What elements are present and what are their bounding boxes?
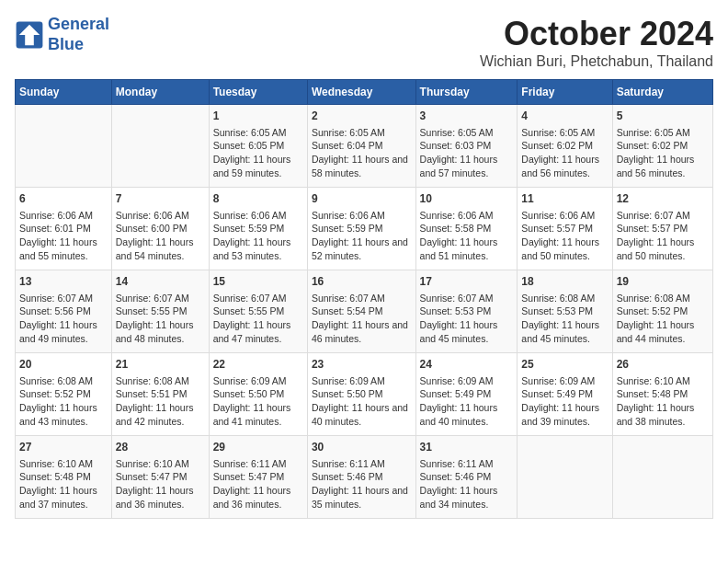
day-info: Sunrise: 6:11 AM Sunset: 5:47 PM Dayligh… bbox=[213, 457, 303, 511]
calendar-cell: 17Sunrise: 6:07 AM Sunset: 5:53 PM Dayli… bbox=[415, 270, 518, 353]
calendar-week-1: 1Sunrise: 6:05 AM Sunset: 6:05 PM Daylig… bbox=[16, 105, 713, 188]
day-number: 28 bbox=[116, 440, 205, 455]
calendar-cell: 7Sunrise: 6:06 AM Sunset: 6:00 PM Daylig… bbox=[111, 188, 209, 270]
day-info: Sunrise: 6:10 AM Sunset: 5:47 PM Dayligh… bbox=[116, 457, 205, 511]
weekday-header-tuesday: Tuesday bbox=[209, 80, 307, 105]
calendar-cell: 4Sunrise: 6:05 AM Sunset: 6:02 PM Daylig… bbox=[518, 105, 612, 188]
day-info: Sunrise: 6:11 AM Sunset: 5:46 PM Dayligh… bbox=[312, 457, 412, 511]
day-number: 14 bbox=[116, 274, 205, 290]
day-number: 16 bbox=[312, 274, 412, 290]
day-number: 17 bbox=[420, 274, 514, 290]
calendar-cell: 11Sunrise: 6:06 AM Sunset: 5:57 PM Dayli… bbox=[518, 188, 612, 270]
day-info: Sunrise: 6:07 AM Sunset: 5:55 PM Dayligh… bbox=[116, 292, 205, 346]
calendar-cell: 6Sunrise: 6:06 AM Sunset: 6:01 PM Daylig… bbox=[16, 188, 112, 270]
day-number: 3 bbox=[420, 109, 514, 124]
day-info: Sunrise: 6:06 AM Sunset: 5:59 PM Dayligh… bbox=[213, 209, 303, 263]
day-info: Sunrise: 6:10 AM Sunset: 5:48 PM Dayligh… bbox=[19, 457, 108, 511]
calendar-cell: 27Sunrise: 6:10 AM Sunset: 5:48 PM Dayli… bbox=[16, 436, 112, 519]
calendar-cell: 30Sunrise: 6:11 AM Sunset: 5:46 PM Dayli… bbox=[307, 436, 415, 519]
weekday-header-thursday: Thursday bbox=[415, 80, 518, 105]
calendar-cell: 9Sunrise: 6:06 AM Sunset: 5:59 PM Daylig… bbox=[307, 188, 415, 270]
day-info: Sunrise: 6:07 AM Sunset: 5:53 PM Dayligh… bbox=[420, 292, 514, 346]
calendar-cell: 8Sunrise: 6:06 AM Sunset: 5:59 PM Daylig… bbox=[209, 188, 307, 270]
day-info: Sunrise: 6:05 AM Sunset: 6:04 PM Dayligh… bbox=[312, 126, 412, 180]
day-number: 30 bbox=[312, 440, 412, 455]
day-number: 12 bbox=[617, 191, 709, 207]
day-info: Sunrise: 6:07 AM Sunset: 5:54 PM Dayligh… bbox=[312, 292, 412, 346]
calendar-cell: 1Sunrise: 6:05 AM Sunset: 6:05 PM Daylig… bbox=[209, 105, 307, 188]
day-info: Sunrise: 6:09 AM Sunset: 5:50 PM Dayligh… bbox=[213, 374, 303, 429]
day-info: Sunrise: 6:10 AM Sunset: 5:48 PM Dayligh… bbox=[617, 374, 709, 429]
day-info: Sunrise: 6:08 AM Sunset: 5:53 PM Dayligh… bbox=[521, 292, 608, 346]
day-info: Sunrise: 6:08 AM Sunset: 5:52 PM Dayligh… bbox=[19, 374, 108, 429]
logo-icon bbox=[15, 20, 44, 50]
day-info: Sunrise: 6:06 AM Sunset: 6:01 PM Dayligh… bbox=[19, 209, 108, 263]
calendar-cell: 14Sunrise: 6:07 AM Sunset: 5:55 PM Dayli… bbox=[111, 270, 209, 353]
day-number: 26 bbox=[617, 357, 709, 373]
calendar-cell: 18Sunrise: 6:08 AM Sunset: 5:53 PM Dayli… bbox=[518, 270, 612, 353]
weekday-header-saturday: Saturday bbox=[612, 80, 712, 105]
calendar-week-2: 6Sunrise: 6:06 AM Sunset: 6:01 PM Daylig… bbox=[16, 188, 713, 270]
day-number: 11 bbox=[521, 191, 608, 207]
calendar-cell: 10Sunrise: 6:06 AM Sunset: 5:58 PM Dayli… bbox=[415, 188, 518, 270]
day-number: 20 bbox=[19, 357, 108, 373]
day-info: Sunrise: 6:09 AM Sunset: 5:49 PM Dayligh… bbox=[420, 374, 514, 429]
calendar-cell: 19Sunrise: 6:08 AM Sunset: 5:52 PM Dayli… bbox=[612, 270, 712, 353]
day-number: 27 bbox=[19, 440, 108, 455]
day-number: 24 bbox=[420, 357, 514, 373]
day-number: 19 bbox=[617, 274, 709, 290]
day-number: 21 bbox=[116, 357, 205, 373]
day-info: Sunrise: 6:08 AM Sunset: 5:52 PM Dayligh… bbox=[617, 292, 709, 346]
calendar-cell: 15Sunrise: 6:07 AM Sunset: 5:55 PM Dayli… bbox=[209, 270, 307, 353]
title-area: October 2024 Wichian Buri, Phetchabun, T… bbox=[480, 15, 713, 70]
day-number: 10 bbox=[420, 191, 514, 207]
calendar-cell: 12Sunrise: 6:07 AM Sunset: 5:57 PM Dayli… bbox=[612, 188, 712, 270]
day-info: Sunrise: 6:08 AM Sunset: 5:51 PM Dayligh… bbox=[116, 374, 205, 429]
day-info: Sunrise: 6:07 AM Sunset: 5:56 PM Dayligh… bbox=[19, 292, 108, 346]
weekday-header-wednesday: Wednesday bbox=[307, 80, 415, 105]
calendar-cell: 26Sunrise: 6:10 AM Sunset: 5:48 PM Dayli… bbox=[612, 353, 712, 436]
month-title: October 2024 bbox=[480, 15, 713, 53]
day-info: Sunrise: 6:06 AM Sunset: 5:58 PM Dayligh… bbox=[420, 209, 514, 263]
day-number: 5 bbox=[617, 109, 709, 124]
calendar-week-4: 20Sunrise: 6:08 AM Sunset: 5:52 PM Dayli… bbox=[16, 353, 713, 436]
day-info: Sunrise: 6:11 AM Sunset: 5:46 PM Dayligh… bbox=[420, 457, 514, 511]
day-number: 25 bbox=[521, 357, 608, 373]
calendar-cell: 3Sunrise: 6:05 AM Sunset: 6:03 PM Daylig… bbox=[415, 105, 518, 188]
day-info: Sunrise: 6:05 AM Sunset: 6:05 PM Dayligh… bbox=[213, 126, 303, 180]
weekday-header-monday: Monday bbox=[111, 80, 209, 105]
day-number: 31 bbox=[420, 440, 514, 455]
calendar-cell bbox=[16, 105, 112, 188]
logo: General Blue bbox=[15, 15, 109, 54]
day-info: Sunrise: 6:05 AM Sunset: 6:03 PM Dayligh… bbox=[420, 126, 514, 180]
day-info: Sunrise: 6:05 AM Sunset: 6:02 PM Dayligh… bbox=[521, 126, 608, 180]
day-info: Sunrise: 6:09 AM Sunset: 5:50 PM Dayligh… bbox=[312, 374, 412, 429]
day-info: Sunrise: 6:06 AM Sunset: 5:57 PM Dayligh… bbox=[521, 209, 608, 263]
calendar-cell: 25Sunrise: 6:09 AM Sunset: 5:49 PM Dayli… bbox=[518, 353, 612, 436]
weekday-header-friday: Friday bbox=[518, 80, 612, 105]
day-number: 1 bbox=[213, 109, 303, 124]
day-number: 8 bbox=[213, 191, 303, 207]
day-info: Sunrise: 6:09 AM Sunset: 5:49 PM Dayligh… bbox=[521, 374, 608, 429]
day-info: Sunrise: 6:07 AM Sunset: 5:55 PM Dayligh… bbox=[213, 292, 303, 346]
location: Wichian Buri, Phetchabun, Thailand bbox=[480, 53, 713, 70]
calendar-cell: 31Sunrise: 6:11 AM Sunset: 5:46 PM Dayli… bbox=[415, 436, 518, 519]
day-number: 4 bbox=[521, 109, 608, 124]
calendar-cell: 20Sunrise: 6:08 AM Sunset: 5:52 PM Dayli… bbox=[16, 353, 112, 436]
logo-general: General bbox=[48, 15, 109, 33]
calendar-cell: 22Sunrise: 6:09 AM Sunset: 5:50 PM Dayli… bbox=[209, 353, 307, 436]
calendar-cell: 21Sunrise: 6:08 AM Sunset: 5:51 PM Dayli… bbox=[111, 353, 209, 436]
day-number: 18 bbox=[521, 274, 608, 290]
calendar-week-5: 27Sunrise: 6:10 AM Sunset: 5:48 PM Dayli… bbox=[16, 436, 713, 519]
day-number: 29 bbox=[213, 440, 303, 455]
day-number: 9 bbox=[312, 191, 412, 207]
calendar-cell: 29Sunrise: 6:11 AM Sunset: 5:47 PM Dayli… bbox=[209, 436, 307, 519]
calendar-cell: 13Sunrise: 6:07 AM Sunset: 5:56 PM Dayli… bbox=[16, 270, 112, 353]
logo-blue: Blue bbox=[48, 35, 84, 53]
calendar-cell bbox=[612, 436, 712, 519]
calendar-week-3: 13Sunrise: 6:07 AM Sunset: 5:56 PM Dayli… bbox=[16, 270, 713, 353]
weekday-header-sunday: Sunday bbox=[16, 80, 112, 105]
page-header: General Blue October 2024 Wichian Buri, … bbox=[15, 15, 713, 70]
day-info: Sunrise: 6:06 AM Sunset: 6:00 PM Dayligh… bbox=[116, 209, 205, 263]
day-number: 2 bbox=[312, 109, 412, 124]
